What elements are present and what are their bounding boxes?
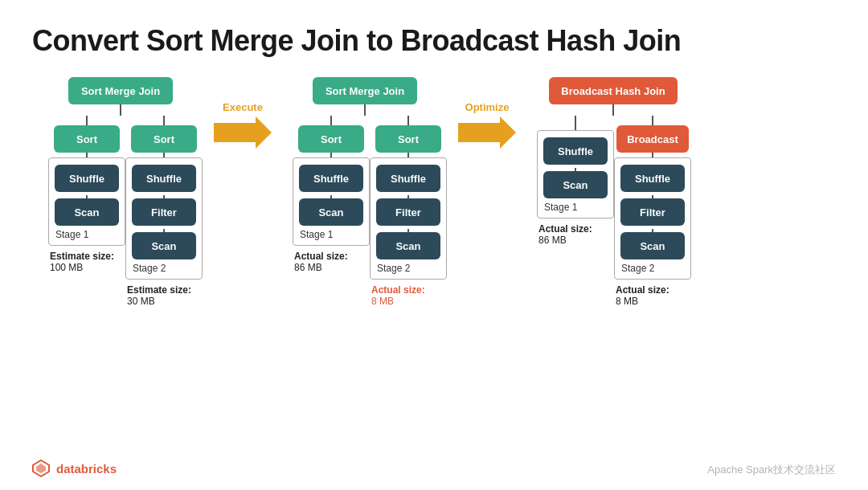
d3-stage1-box: Shuffle Scan Stage 1 — [537, 130, 614, 218]
d1-stage1-label: Stage 1 — [55, 229, 88, 240]
slide-title: Convert Sort Merge Join to Broadcast Has… — [32, 24, 836, 58]
diagram3: Broadcast Hash Join Shuffle Scan Stage 1 — [521, 77, 706, 307]
d3-scan1: Scan — [543, 171, 608, 198]
optimize-label: Optimize — [465, 101, 510, 113]
d3-broadcast: Broadcast — [616, 125, 689, 153]
d1-scan1: Scan — [55, 198, 119, 226]
d1-scan2: Scan — [132, 232, 196, 259]
d1-size1: Estimate size: 100 MB — [48, 251, 125, 273]
d2-size2: Actual size: 8 MB — [370, 284, 447, 307]
d2-shuffle1: Shuffle — [299, 165, 363, 192]
d2-b1-sort: Sort — [298, 125, 364, 153]
databricks-logo: databricks — [32, 459, 117, 477]
d1-b1-sort: Sort — [54, 125, 120, 153]
d3-stage2-label: Stage 2 — [621, 263, 654, 274]
d1-b2-sort: Sort — [131, 125, 197, 153]
d3-shuffle1: Shuffle — [543, 137, 608, 165]
d2-stage1-label: Stage 1 — [300, 229, 333, 240]
d2-stage2-box: Shuffle Filter Scan Stage 2 — [370, 157, 447, 280]
slide: Convert Sort Merge Join to Broadcast Has… — [0, 0, 868, 490]
d3-filter2: Filter — [620, 198, 685, 226]
d3-shuffle2: Shuffle — [620, 165, 685, 192]
d1-stage1-box: Shuffle Scan Stage 1 — [48, 157, 125, 246]
execute-label: Execute — [223, 101, 263, 113]
d2-filter2: Filter — [376, 198, 440, 226]
databricks-text: databricks — [56, 462, 117, 476]
svg-marker-1 — [458, 116, 516, 149]
databricks-logo-icon — [32, 459, 50, 477]
d1-shuffle1: Shuffle — [55, 165, 119, 192]
d3-size2: Actual size: 8 MB — [614, 284, 691, 307]
d1-stage2-label: Stage 2 — [133, 263, 166, 274]
d1-filter2: Filter — [132, 198, 196, 226]
execute-arrow-svg — [214, 116, 272, 149]
arrow-execute: Execute — [214, 77, 272, 149]
d2-shuffle2: Shuffle — [376, 165, 440, 192]
d1-root: Sort Merge Join — [68, 77, 173, 104]
d2-root: Sort Merge Join — [313, 77, 417, 104]
diagram2: Sort Merge Join Sort Shuffle Scan Stage … — [276, 77, 453, 307]
diagram1: Sort Merge Join Sort Shuffle — [32, 77, 209, 307]
d2-stage2-label: Stage 2 — [377, 263, 410, 274]
svg-marker-3 — [36, 463, 46, 473]
optimize-arrow-svg — [458, 116, 516, 149]
diagrams-container: Sort Merge Join Sort Shuffle — [32, 77, 836, 307]
d1-stage2-box: Shuffle Filter Scan Stage 2 — [125, 157, 203, 280]
d3-scan2: Scan — [620, 232, 685, 259]
arrow-optimize: Optimize — [458, 77, 516, 149]
d2-b2-sort: Sort — [375, 125, 441, 153]
d2-size1: Actual size: 86 MB — [293, 251, 370, 273]
d1-size2: Estimate size: 30 MB — [125, 284, 203, 307]
d2-stage1-box: Shuffle Scan Stage 1 — [293, 157, 370, 246]
watermark: Apache Spark技术交流社区 — [707, 463, 836, 477]
svg-marker-0 — [214, 116, 272, 149]
d1-shuffle2: Shuffle — [132, 165, 196, 192]
d2-scan1: Scan — [299, 198, 363, 226]
d3-stage1-label: Stage 1 — [544, 202, 577, 213]
d3-root: Broadcast Hash Join — [549, 77, 678, 104]
d3-stage2-box: Shuffle Filter Scan Stage 2 — [614, 157, 691, 280]
d2-scan2: Scan — [376, 232, 440, 259]
d3-size1: Actual size: 86 MB — [537, 223, 614, 246]
